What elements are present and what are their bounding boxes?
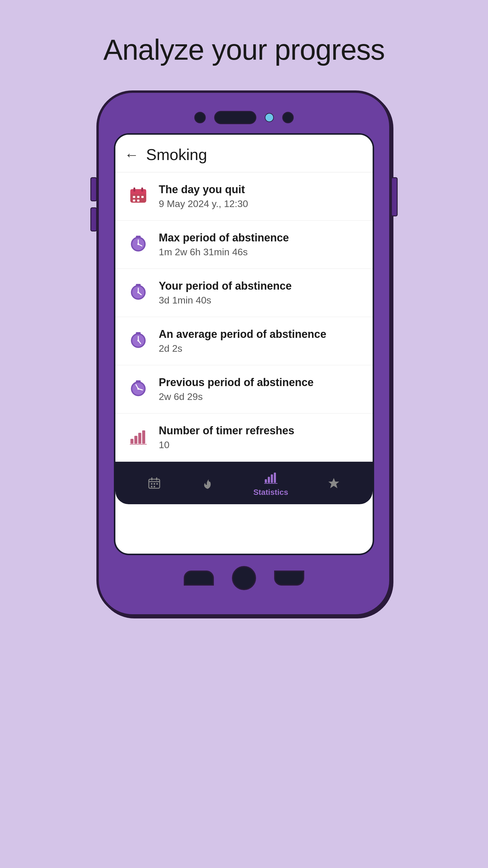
nav-item-star[interactable] (326, 475, 341, 491)
stat-label-quit-date: The day you quit (159, 183, 248, 196)
svg-point-19 (137, 291, 139, 293)
phone-sensor (265, 113, 274, 122)
clock-icon-4 (127, 377, 149, 399)
phone-home-button[interactable] (232, 566, 256, 590)
stat-value-max-abstinence: 1m 2w 6h 31min 46s (159, 247, 289, 258)
clock-icon-3 (127, 329, 149, 351)
svg-rect-26 (136, 332, 141, 334)
svg-rect-46 (156, 483, 158, 485)
flame-nav-icon (200, 475, 216, 491)
stat-item-prev-abstinence: Previous period of abstinence 2w 6d 29s (116, 365, 372, 413)
svg-rect-6 (141, 196, 144, 198)
stat-item-quit-date: The day you quit 9 May 2024 y., 12:30 (116, 173, 372, 221)
svg-rect-5 (137, 196, 139, 198)
svg-rect-41 (156, 477, 157, 480)
stat-content-timer-refreshes: Number of timer refreshes 10 (159, 424, 294, 451)
nav-item-flame[interactable] (200, 475, 216, 491)
phone-menu-button[interactable] (274, 570, 304, 586)
svg-rect-36 (142, 430, 145, 444)
stat-label-avg-abstinence: An average period of abstinence (159, 328, 326, 341)
statistics-nav-icon (263, 470, 279, 485)
screen-title: Smoking (146, 146, 207, 164)
phone-camera-dot-right (282, 112, 294, 123)
phone-speaker (214, 111, 256, 124)
svg-rect-43 (154, 483, 155, 485)
stat-value-your-abstinence: 3d 1min 40s (159, 295, 292, 306)
nav-item-statistics[interactable]: Statistics (253, 470, 288, 497)
page-title: Analyze your progress (103, 33, 385, 66)
stat-value-avg-abstinence: 2d 2s (159, 343, 326, 354)
stat-item-timer-refreshes: Number of timer refreshes 10 (116, 413, 372, 462)
svg-rect-14 (136, 236, 141, 238)
svg-rect-48 (268, 477, 270, 483)
svg-rect-4 (133, 196, 135, 198)
stat-content-avg-abstinence: An average period of abstinence 2d 2s (159, 328, 326, 354)
power-button[interactable] (391, 177, 398, 216)
phone-camera-dot-left (194, 112, 206, 123)
calendar-nav-icon (147, 475, 162, 491)
statistics-nav-label: Statistics (253, 488, 288, 497)
side-buttons-left (90, 177, 97, 231)
svg-rect-49 (271, 474, 273, 483)
stat-content-max-abstinence: Max period of abstinence 1m 2w 6h 31min … (159, 231, 289, 258)
stat-value-quit-date: 9 May 2024 y., 12:30 (159, 198, 248, 210)
side-buttons-right (391, 177, 398, 216)
phone-bottom-buttons (114, 566, 374, 590)
bar-chart-icon (127, 426, 149, 447)
clock-icon-1 (127, 233, 149, 254)
svg-marker-52 (328, 478, 339, 488)
svg-rect-50 (274, 472, 276, 483)
svg-rect-3 (141, 187, 143, 192)
stat-item-max-abstinence: Max period of abstinence 1m 2w 6h 31min … (116, 221, 372, 269)
svg-rect-42 (151, 483, 153, 485)
phone-back-button-hw[interactable] (184, 570, 214, 586)
stat-label-max-abstinence: Max period of abstinence (159, 231, 289, 244)
svg-point-13 (137, 243, 139, 245)
stat-item-avg-abstinence: An average period of abstinence 2d 2s (116, 317, 372, 365)
stat-content-your-abstinence: Your period of abstinence 3d 1min 40s (159, 280, 292, 306)
clock-icon-2 (127, 281, 149, 303)
svg-rect-33 (130, 439, 133, 444)
nav-item-calendar[interactable] (147, 475, 162, 491)
stat-label-your-abstinence: Your period of abstinence (159, 280, 292, 292)
stat-content-quit-date: The day you quit 9 May 2024 y., 12:30 (159, 183, 248, 210)
svg-rect-20 (136, 284, 141, 286)
svg-rect-7 (133, 199, 135, 202)
svg-point-31 (137, 388, 139, 390)
stat-label-timer-refreshes: Number of timer refreshes (159, 424, 294, 437)
svg-rect-45 (154, 486, 155, 487)
stat-value-timer-refreshes: 10 (159, 439, 294, 451)
stat-content-prev-abstinence: Previous period of abstinence 2w 6d 29s (159, 376, 314, 402)
svg-rect-47 (265, 479, 267, 483)
svg-point-25 (137, 340, 139, 341)
svg-rect-32 (136, 380, 141, 382)
star-nav-icon (326, 475, 341, 491)
svg-rect-1 (130, 189, 146, 194)
stat-label-prev-abstinence: Previous period of abstinence (159, 376, 314, 389)
svg-rect-8 (137, 199, 139, 202)
bottom-nav: Statistics (116, 462, 372, 504)
phone-top-bar (114, 111, 374, 124)
svg-rect-40 (151, 477, 153, 480)
back-button[interactable]: ← (124, 147, 139, 163)
svg-rect-44 (151, 486, 153, 487)
svg-rect-35 (138, 433, 141, 444)
phone-screen: ← Smoking (114, 133, 374, 555)
screen-header: ← Smoking (116, 135, 372, 173)
stat-item-your-abstinence: Your period of abstinence 3d 1min 40s (116, 269, 372, 317)
phone-device: ← Smoking (96, 90, 392, 617)
stat-value-prev-abstinence: 2w 6d 29s (159, 391, 314, 402)
svg-rect-34 (134, 436, 137, 444)
calendar-icon (127, 184, 149, 206)
svg-rect-2 (133, 187, 135, 192)
stats-list: The day you quit 9 May 2024 y., 12:30 (116, 173, 372, 462)
volume-up-button[interactable] (90, 177, 97, 201)
volume-down-button[interactable] (90, 207, 97, 231)
